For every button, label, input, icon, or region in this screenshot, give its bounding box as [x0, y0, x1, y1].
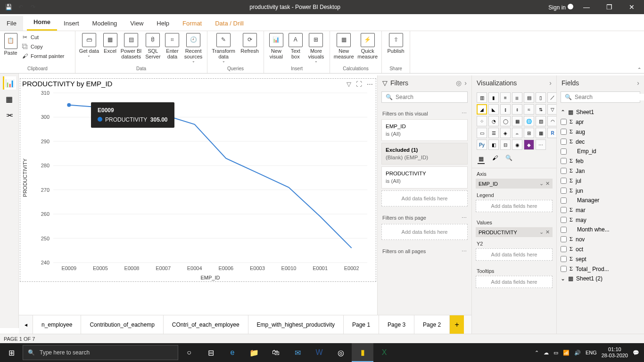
close-button[interactable]: ✕	[622, 3, 641, 11]
field-checkbox[interactable]	[561, 207, 567, 213]
redo-icon[interactable]: ↷	[29, 3, 37, 11]
taskbar-search[interactable]: 🔍 Type here to search	[23, 345, 178, 360]
pagetab-contri-each[interactable]: COntri_of_each_employee	[164, 315, 248, 334]
filter-card-excluded[interactable]: Excluded (1)(Blank) (EMP_ID)	[381, 143, 468, 165]
volume-icon[interactable]: 🔊	[574, 350, 581, 356]
viz-arcgis[interactable]: ◆	[524, 140, 534, 150]
explorer-icon[interactable]: 📁	[243, 343, 265, 362]
viz-100-bar[interactable]: ▤	[524, 92, 534, 103]
viz-clustered-bar[interactable]: ≡	[500, 92, 511, 103]
field-item[interactable]: ΣTotal_ Prod...	[560, 264, 641, 274]
tab-home[interactable]: Home	[27, 15, 57, 31]
paste-button[interactable]: 📋Paste	[3, 33, 18, 56]
field-checkbox[interactable]	[561, 178, 567, 184]
chart-visual[interactable]: PRODUCTIVITY by EMP_ID ▽ ⛶ ⋯ 24025026027…	[20, 78, 376, 282]
mail-icon[interactable]: ✉	[287, 343, 308, 362]
field-item[interactable]: ΣJan	[560, 166, 641, 176]
expand-icon[interactable]: ⌄	[561, 275, 565, 282]
filters-page-dropwell[interactable]: Add data fields here	[381, 224, 468, 240]
format-painter-button[interactable]: 🖌Format painter	[20, 52, 72, 60]
format-tab-icon[interactable]: 🖌	[492, 155, 498, 164]
excel-button[interactable]: ▦Excel	[102, 33, 118, 54]
collapse-filters-icon[interactable]: ›	[464, 79, 467, 87]
field-checkbox[interactable]	[561, 197, 567, 204]
viz-decomposition[interactable]: ⊟	[500, 140, 511, 150]
analytics-tab-icon[interactable]: 🔍	[505, 155, 512, 164]
field-checkbox[interactable]	[561, 168, 567, 174]
maximize-button[interactable]: ❐	[600, 3, 619, 11]
field-checkbox[interactable]	[561, 236, 567, 242]
collapse-ribbon-button[interactable]: ⌃	[637, 67, 641, 72]
viz-card[interactable]: ▭	[477, 128, 487, 138]
field-checkbox[interactable]	[561, 119, 567, 125]
fields-search-input[interactable]	[575, 94, 644, 100]
viz-kpi[interactable]: ◈	[500, 128, 511, 138]
field-checkbox[interactable]	[561, 266, 567, 272]
viz-more[interactable]: ⋯	[536, 140, 546, 150]
more-visuals-button[interactable]: ⊞More visuals⌄	[305, 33, 327, 64]
field-item[interactable]: Σjul	[560, 176, 641, 186]
viz-clustered-column[interactable]: ⫼	[512, 92, 522, 103]
filters-search-input[interactable]	[396, 94, 466, 100]
powerbi-icon[interactable]: ▮	[352, 343, 373, 362]
visualization-picker[interactable]: ▥ ▮ ≡ ⫼ ▤ ▯ ／ ◢ ◣ ⫿ ⫾ ≈ ⇅ ▽ ⁘ ◔ ◯ ▦ 🌐 ▧ …	[472, 90, 556, 153]
axis-field-empid[interactable]: EMP_ID⌄✕	[476, 179, 553, 189]
viz-python[interactable]: Py	[477, 140, 487, 150]
fields-search[interactable]: 🔍	[561, 91, 640, 103]
field-item[interactable]: Σoct	[560, 244, 641, 254]
field-item[interactable]: Σnov	[560, 234, 641, 244]
viz-table[interactable]: ⊞	[524, 128, 534, 138]
field-checkbox[interactable]	[561, 188, 567, 194]
recent-sources-button[interactable]: 🕘Recent sources⌄	[182, 33, 204, 64]
data-view-button[interactable]: ▦	[3, 92, 16, 106]
field-item[interactable]: Σaug	[560, 127, 641, 137]
table-sheet1-2[interactable]: ⌄▦Sheet1 (2)	[560, 274, 641, 283]
word-icon[interactable]: W	[308, 343, 330, 362]
cortana-icon[interactable]: ○	[178, 343, 200, 362]
start-button[interactable]: ⊞	[0, 348, 23, 357]
chevron-down-icon[interactable]: ⌄	[539, 181, 544, 187]
table-sheet1[interactable]: ⌃▦Sheet1	[560, 107, 641, 117]
undo-icon[interactable]: ↶	[17, 3, 25, 11]
viz-filled-map[interactable]: ▧	[536, 116, 546, 126]
pagetab-emp-highest[interactable]: Emp_with_highest_productivity	[248, 315, 344, 334]
viz-stacked-bar[interactable]: ▥	[477, 92, 487, 103]
wifi-icon[interactable]: 📶	[563, 350, 570, 356]
viz-funnel[interactable]: ▽	[547, 104, 556, 115]
field-item[interactable]: Month whe...	[560, 225, 641, 234]
field-item[interactable]: Σfeb	[560, 156, 641, 166]
field-item[interactable]: Σjun	[560, 186, 641, 196]
collapse-fields-icon[interactable]: ›	[637, 79, 639, 87]
fields-tab-icon[interactable]: ▦	[478, 155, 485, 164]
field-checkbox[interactable]	[561, 158, 567, 164]
chrome-icon[interactable]: ◎	[330, 343, 352, 362]
signin-link[interactable]: Sign in	[548, 4, 573, 11]
publish-button[interactable]: ⇧Publish	[385, 33, 407, 54]
y2-dropwell[interactable]: Add data fields here	[476, 248, 553, 261]
legend-dropwell[interactable]: Add data fields here	[476, 200, 553, 212]
chevron-down-icon[interactable]: ⌄	[539, 229, 544, 235]
viz-treemap[interactable]: ▦	[512, 116, 522, 126]
battery-icon[interactable]: ▭	[553, 350, 558, 356]
excel-icon[interactable]: X	[373, 343, 395, 362]
pbi-datasets-button[interactable]: ▤Power BI datasets	[120, 33, 142, 59]
refresh-button[interactable]: ⟳Refresh	[239, 33, 261, 54]
onedrive-icon[interactable]: ☁	[544, 350, 549, 356]
more-options-icon[interactable]: ⋯	[367, 81, 373, 88]
viz-gauge[interactable]: ◠	[547, 116, 556, 126]
tab-scroll-left[interactable]: ◂	[19, 315, 33, 334]
enter-data-button[interactable]: ⌗Enter data	[164, 33, 181, 59]
remove-field-icon[interactable]: ✕	[545, 181, 550, 187]
pagetab-page3[interactable]: Page 3	[379, 315, 414, 334]
field-item[interactable]: Emp_id	[560, 147, 641, 156]
hide-filters-icon[interactable]: ◎	[456, 79, 462, 87]
viz-line-column[interactable]: ⫿	[500, 104, 511, 115]
edge-icon[interactable]: e	[222, 343, 243, 362]
filter-icon[interactable]: ▽	[347, 81, 351, 88]
quick-measure-button[interactable]: ⚡Quick measure	[357, 33, 379, 59]
viz-100-column[interactable]: ▯	[536, 92, 546, 103]
viz-slicer[interactable]: ⫠	[512, 128, 522, 138]
tab-file[interactable]: File	[0, 16, 23, 31]
field-checkbox[interactable]	[561, 246, 567, 252]
tab-help[interactable]: Help	[150, 16, 176, 31]
